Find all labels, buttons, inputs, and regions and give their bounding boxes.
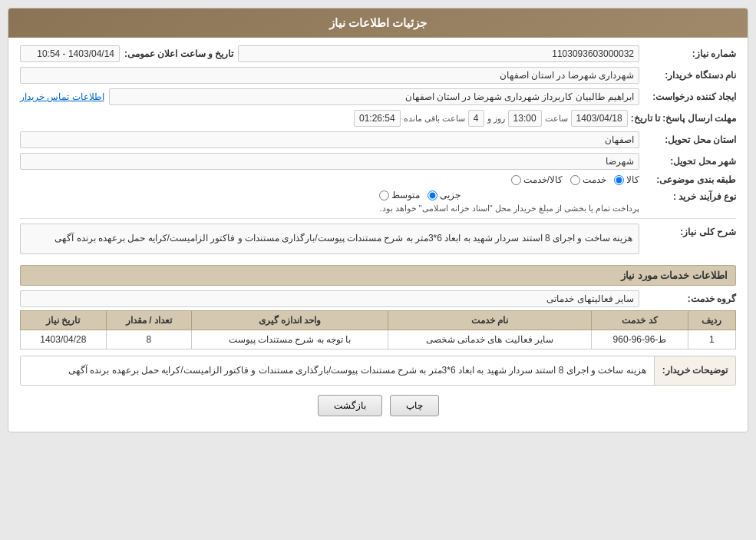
col-header-quantity: تعداد / مقدار — [106, 310, 191, 330]
buyer-description-content: هزینه ساخت و اجرای 8 استند سردار شهید به… — [21, 356, 654, 386]
description-label: شرح کلی نیاز: — [644, 224, 736, 237]
category-service-radio[interactable] — [570, 175, 580, 185]
deadline-days-label: روز و — [487, 114, 505, 124]
category-goods-radio[interactable] — [614, 175, 624, 185]
contact-link[interactable]: اطلاعات تماس خریدار — [20, 91, 104, 102]
buyer-org-value: شهرداری شهرضا در استان اصفهان — [20, 67, 639, 84]
purchase-note: پرداخت تمام یا بخشی از مبلغ خریدار محل "… — [379, 204, 639, 214]
purchase-option-medium[interactable]: متوسط — [379, 190, 420, 200]
purchase-medium-radio[interactable] — [379, 190, 389, 200]
services-section-header: اطلاعات خدمات مورد نیاز — [20, 265, 736, 286]
table-row: 1 ط-96-96-960 سایر فعالیت های خدماتی شخص… — [21, 330, 736, 349]
announcement-datetime-value: 1403/04/14 - 10:54 — [20, 45, 120, 62]
service-group-row: گروه خدمت: سایر فعالیتهای خدماتی — [20, 290, 736, 307]
purchase-option-small[interactable]: جزیی — [428, 190, 461, 200]
created-by-row: ایجاد کننده درخواست: ابراهیم طالبیان کار… — [20, 88, 736, 105]
category-row: طبقه بندی موضوعی: کالا/خدمت خدمت کالا — [20, 174, 736, 185]
category-options: کالا/خدمت خدمت کالا — [511, 174, 639, 185]
card-header: جزئیات اطلاعات نیاز — [8, 8, 748, 38]
deadline-row: مهلت ارسال پاسخ: تا تاریخ: 1403/04/18 سا… — [20, 110, 736, 127]
divider — [20, 218, 736, 219]
cell-quantity: 8 — [106, 330, 191, 349]
deadline-remaining: 01:26:54 — [354, 110, 401, 127]
service-group-label: گروه خدمت: — [644, 293, 736, 304]
buttons-row: چاپ بازگشت — [20, 395, 736, 424]
category-goods-label: کالا — [626, 174, 639, 185]
cell-name: سایر فعالیت های خدماتی شخصی — [388, 330, 591, 349]
page-title: جزئیات اطلاعات نیاز — [329, 16, 427, 29]
description-text: هزینه ساخت و اجرای 8 استند سردار شهید به… — [20, 224, 639, 254]
cell-unit: با توجه به شرح مستندات پیوست — [192, 330, 388, 349]
category-goods-services-label: کالا/خدمت — [523, 174, 563, 185]
category-option-goods[interactable]: کالا — [614, 174, 639, 185]
need-number-row: شماره نیاز: 1103093603000032 تاریخ و ساع… — [20, 45, 736, 62]
purchase-top-options: متوسط جزیی — [379, 190, 639, 200]
purchase-medium-label: متوسط — [391, 190, 420, 200]
category-option-service[interactable]: خدمت — [570, 174, 606, 185]
cell-date: 1403/04/28 — [21, 330, 107, 349]
back-button[interactable]: بازگشت — [318, 395, 382, 416]
description-row: شرح کلی نیاز: هزینه ساخت و اجرای 8 استند… — [20, 224, 736, 259]
need-number-value: 1103093603000032 — [238, 45, 639, 62]
col-header-row: ردیف — [688, 310, 735, 330]
province-value: اصفهان — [20, 131, 639, 148]
deadline-time: 13:00 — [508, 110, 542, 127]
announcement-datetime-label: تاریخ و ساعت اعلان عمومی: — [124, 48, 233, 59]
col-header-name: نام خدمت — [388, 310, 591, 330]
deadline-label: مهلت ارسال پاسخ: تا تاریخ: — [631, 113, 736, 124]
city-label: شهر محل تحویل: — [644, 156, 736, 167]
province-label: استان محل تحویل: — [644, 134, 736, 145]
buyer-org-row: نام دستگاه خریدار: شهرداری شهرضا در استا… — [20, 67, 736, 84]
purchase-small-label: جزیی — [440, 190, 461, 200]
buyer-description-label: توضیحات خریدار: — [654, 356, 735, 386]
purchase-small-radio[interactable] — [428, 190, 437, 200]
purchase-type-label: نوع فرآیند خرید : — [644, 190, 736, 202]
need-number-label: شماره نیاز: — [644, 48, 736, 59]
deadline-days: 4 — [468, 110, 484, 127]
category-goods-services-radio[interactable] — [511, 175, 521, 185]
category-option-goods-services[interactable]: کالا/خدمت — [511, 174, 563, 185]
category-service-label: خدمت — [583, 174, 606, 185]
province-row: استان محل تحویل: اصفهان — [20, 131, 736, 148]
print-button[interactable]: چاپ — [390, 395, 439, 416]
buyer-org-label: نام دستگاه خریدار: — [644, 70, 736, 81]
deadline-remaining-label: ساعت باقی مانده — [404, 114, 465, 124]
cell-code: ط-96-96-960 — [592, 330, 688, 349]
deadline-time-label: ساعت — [545, 114, 568, 124]
services-table: ردیف کد خدمت نام خدمت واحد اندازه گیری ت… — [20, 310, 736, 350]
cell-row: 1 — [688, 330, 735, 349]
purchase-options: متوسط جزیی پرداخت تمام یا بخشی از مبلغ خ… — [379, 190, 639, 214]
col-header-code: کد خدمت — [592, 310, 688, 330]
col-header-date: تاریخ نیاز — [21, 310, 107, 330]
created-by-value: ابراهیم طالبیان کاربرداز شهرداری شهرضا د… — [109, 88, 639, 105]
purchase-type-row: نوع فرآیند خرید : متوسط جزیی پرداخت تمام… — [20, 190, 736, 214]
created-by-label: ایجاد کننده درخواست: — [644, 91, 736, 102]
city-row: شهر محل تحویل: شهرضا — [20, 153, 736, 170]
deadline-date: 1403/04/18 — [571, 110, 628, 127]
card-body: شماره نیاز: 1103093603000032 تاریخ و ساع… — [8, 38, 748, 432]
page-wrapper: جزئیات اطلاعات نیاز شماره نیاز: 11030936… — [0, 0, 756, 540]
category-label: طبقه بندی موضوعی: — [644, 174, 736, 185]
city-value: شهرضا — [20, 153, 639, 170]
col-header-unit: واحد اندازه گیری — [192, 310, 388, 330]
service-group-value: سایر فعالیتهای خدماتی — [20, 290, 639, 307]
buyer-description-wrapper: توضیحات خریدار: هزینه ساخت و اجرای 8 است… — [20, 356, 736, 386]
main-card: جزئیات اطلاعات نیاز شماره نیاز: 11030936… — [8, 8, 748, 432]
